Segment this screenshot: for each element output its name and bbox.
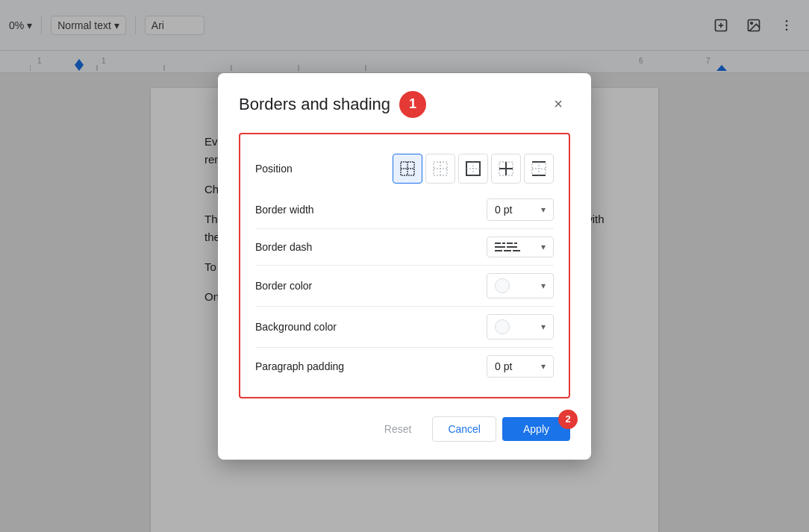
badge-2: 2 <box>558 410 578 429</box>
border-width-value: 0 pt <box>495 204 512 216</box>
modal-close-button[interactable]: × <box>546 93 570 116</box>
border-width-row: Border width 0 pt ▾ <box>255 191 554 228</box>
paragraph-padding-value: 0 pt <box>495 360 512 372</box>
position-outer-border-btn[interactable] <box>458 154 488 184</box>
border-color-select[interactable]: ▾ <box>487 273 554 298</box>
border-dash-row: Border dash <box>255 228 554 265</box>
border-width-select[interactable]: 0 pt ▾ <box>487 198 554 221</box>
position-custom-btn[interactable] <box>524 154 554 184</box>
cancel-button[interactable]: Cancel <box>432 416 496 442</box>
badge-1: 1 <box>399 91 426 118</box>
border-color-label: Border color <box>255 280 312 292</box>
borders-shading-modal: Borders and shading 1 × Position <box>218 73 591 460</box>
border-color-row: Border color ▾ <box>255 265 554 306</box>
background-color-label: Background color <box>255 321 337 333</box>
position-buttons <box>393 154 554 184</box>
apply-button-wrapper: Apply 2 <box>502 417 570 441</box>
border-dash-chevron: ▾ <box>541 242 546 252</box>
reset-button[interactable]: Reset <box>369 417 427 441</box>
border-dash-select[interactable]: ▾ <box>487 237 554 257</box>
paragraph-padding-label: Paragraph padding <box>255 360 344 372</box>
paragraph-padding-select[interactable]: 0 pt ▾ <box>487 355 554 378</box>
modal-footer: Reset Cancel Apply 2 <box>239 416 570 442</box>
modal-title-area: Borders and shading 1 <box>239 91 426 118</box>
position-no-borders-btn[interactable] <box>425 154 455 184</box>
border-width-label: Border width <box>255 204 314 216</box>
position-inner-border-btn[interactable] <box>491 154 521 184</box>
paragraph-padding-row: Paragraph padding 0 pt ▾ <box>255 347 554 385</box>
background-color-row: Background color ▾ <box>255 306 554 347</box>
paragraph-padding-chevron: ▾ <box>541 361 546 372</box>
position-all-borders-btn[interactable] <box>393 154 422 184</box>
border-color-swatch <box>495 278 510 293</box>
position-label: Position <box>255 163 293 175</box>
border-color-chevron: ▾ <box>541 281 546 291</box>
modal-header: Borders and shading 1 × <box>239 91 570 118</box>
modal-title: Borders and shading <box>239 95 390 114</box>
border-dash-icon <box>495 242 520 251</box>
border-width-chevron: ▾ <box>541 204 546 215</box>
position-row: Position <box>255 146 554 191</box>
form-section: Position <box>239 133 570 398</box>
background-color-swatch <box>495 319 510 334</box>
background-color-chevron: ▾ <box>541 322 546 332</box>
background-color-select[interactable]: ▾ <box>487 314 554 339</box>
border-dash-label: Border dash <box>255 241 312 253</box>
